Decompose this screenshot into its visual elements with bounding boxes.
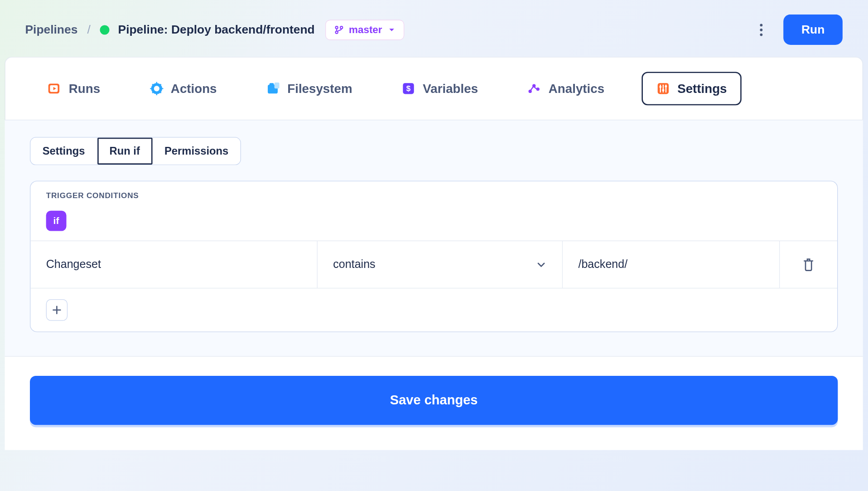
add-condition-button[interactable] (46, 299, 68, 321)
svg-point-5 (760, 33, 763, 36)
branch-selector[interactable]: master (325, 19, 404, 40)
plus-icon (52, 305, 62, 315)
tab-analytics[interactable]: Analytics (515, 74, 617, 103)
condition-delete-button[interactable] (780, 241, 837, 288)
tab-settings-label: Settings (677, 82, 727, 96)
add-condition-row (30, 288, 837, 331)
svg-text:$: $ (406, 84, 411, 93)
tab-variables-label: Variables (423, 82, 478, 96)
if-badge: if (46, 211, 67, 231)
condition-operator-value: contains (333, 258, 375, 271)
sub-tab-bar: Settings Run if Permissions (30, 137, 241, 165)
run-button[interactable]: Run (783, 15, 843, 45)
settings-icon (656, 82, 670, 96)
tab-card: Runs Actions Filesystem $ Variables Anal… (5, 57, 863, 120)
svg-rect-12 (274, 83, 279, 88)
pipeline-title: Pipeline: Deploy backend/frontend (118, 23, 315, 36)
tab-actions-label: Actions (171, 82, 217, 96)
kebab-icon (760, 23, 763, 36)
chevron-down-icon (536, 259, 547, 270)
tab-runs[interactable]: Runs (35, 74, 112, 103)
trigger-conditions-panel: TRIGGER CONDITIONS if Changeset contains (30, 181, 838, 332)
breadcrumb: Pipelines / Pipeline: Deploy backend/fro… (25, 23, 314, 36)
svg-point-21 (665, 85, 667, 88)
more-options-button[interactable] (750, 18, 772, 41)
footer: Save changes (5, 356, 863, 450)
settings-content: Settings Run if Permissions TRIGGER COND… (5, 120, 863, 356)
pipeline-status-dot (100, 25, 110, 34)
trash-icon (802, 258, 814, 271)
svg-point-20 (662, 89, 664, 92)
variables-icon: $ (401, 82, 416, 96)
condition-operator-select[interactable]: contains (318, 241, 563, 288)
svg-point-9 (154, 86, 159, 91)
trigger-conditions-title: TRIGGER CONDITIONS (30, 181, 837, 204)
tab-runs-label: Runs (69, 82, 100, 96)
save-changes-button[interactable]: Save changes (30, 376, 838, 425)
svg-point-0 (336, 26, 338, 28)
condition-field[interactable]: Changeset (30, 241, 318, 288)
svg-point-2 (340, 26, 342, 28)
tab-variables[interactable]: $ Variables (389, 74, 490, 103)
main-tab-bar: Runs Actions Filesystem $ Variables Anal… (5, 58, 863, 120)
git-branch-icon (334, 25, 344, 34)
tab-settings[interactable]: Settings (641, 72, 741, 105)
condition-row: Changeset contains (30, 241, 837, 288)
svg-point-3 (760, 24, 763, 26)
filesystem-icon (266, 82, 280, 96)
tab-actions[interactable]: Actions (137, 74, 229, 103)
subtab-settings[interactable]: Settings (30, 138, 97, 165)
breadcrumb-root[interactable]: Pipelines (25, 23, 77, 36)
condition-value-input[interactable] (578, 258, 763, 271)
actions-icon (149, 82, 164, 96)
condition-value-cell (563, 241, 780, 288)
tab-filesystem-label: Filesystem (287, 82, 352, 96)
svg-point-4 (760, 28, 763, 31)
subtab-run-if[interactable]: Run if (97, 138, 152, 165)
tab-analytics-label: Analytics (549, 82, 604, 96)
chevron-down-icon (388, 26, 395, 33)
runs-icon (47, 82, 62, 96)
svg-rect-11 (269, 83, 274, 86)
page-header: Pipelines / Pipeline: Deploy backend/fro… (0, 0, 868, 57)
breadcrumb-separator: / (87, 23, 90, 36)
svg-point-1 (336, 31, 338, 33)
if-row: if (30, 204, 837, 240)
svg-point-19 (659, 86, 661, 88)
tab-filesystem[interactable]: Filesystem (254, 74, 364, 103)
subtab-permissions[interactable]: Permissions (153, 138, 241, 165)
analytics-icon (527, 82, 541, 96)
branch-name: master (349, 24, 382, 35)
